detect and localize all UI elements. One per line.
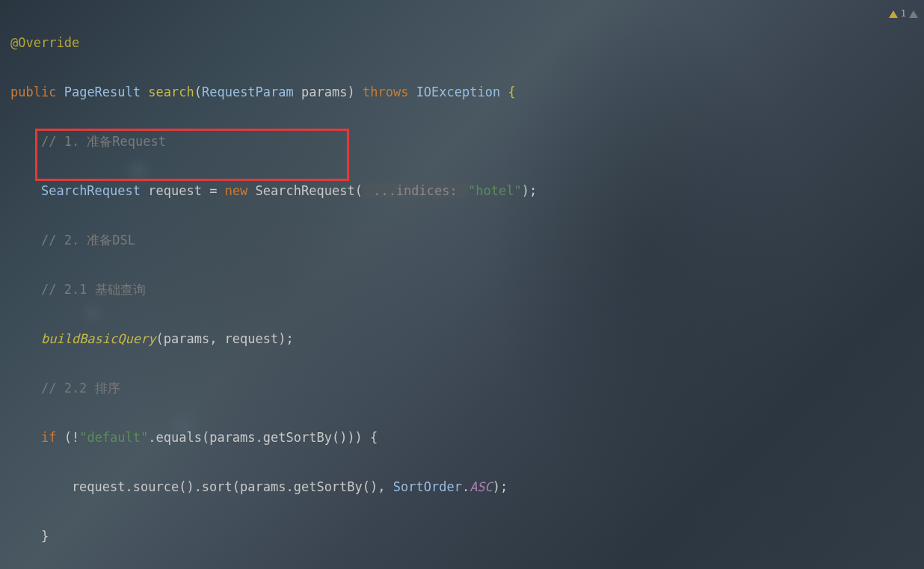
code-line: request.source().sort(params.getSortBy()… [10,475,914,499]
warning-icon [889,10,898,18]
code-line: } [10,524,914,549]
code-line: // 2. 准备DSL [10,228,914,253]
param-hint: ...indices: [363,183,468,198]
code-line: SearchRequest request = new SearchReques… [10,179,914,203]
warning-count: 1 [901,1,906,26]
code-editor[interactable]: @Override public PageResult search(Reque… [0,0,924,569]
warnings-indicator[interactable]: 1 [889,1,918,26]
code-line: public PageResult search(RequestParam pa… [10,80,914,105]
code-line: // 1. 准备Request [10,129,914,154]
code-line: @Override [10,31,914,55]
code-line: // 2.2 排序 [10,376,914,401]
code-line: buildBasicQuery(params, request); [10,327,914,351]
warning-icon-dim [909,10,918,18]
code-line: if (!"default".equals(params.getSortBy()… [10,425,914,450]
annotation: @Override [10,35,79,50]
code-line: // 2.1 基础查询 [10,277,914,302]
